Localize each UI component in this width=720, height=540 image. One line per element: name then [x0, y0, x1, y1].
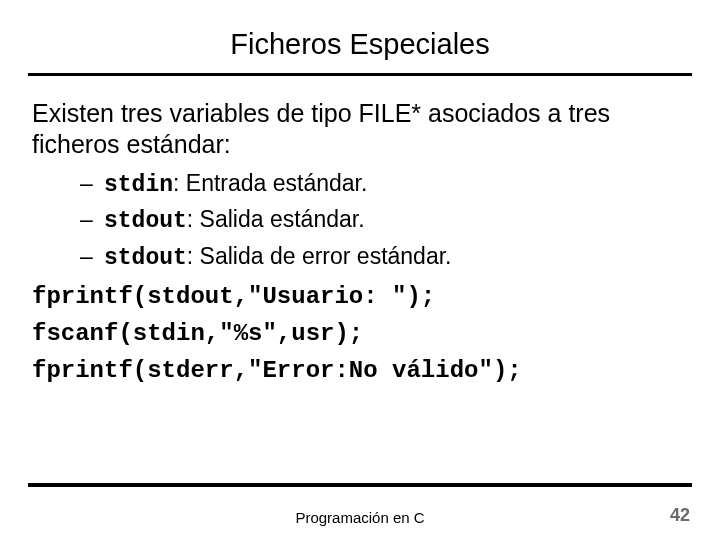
bullet-list: – stdin: Entrada estándar. – stdout: Sal… [80, 169, 688, 273]
code-line: fprintf(stderr,"Error:No válido"); [32, 357, 688, 384]
list-item-text: stdout: Salida de error estándar. [104, 242, 452, 273]
code-line: fprintf(stdout,"Usuario: "); [32, 283, 688, 310]
code-block: fprintf(stdout,"Usuario: "); fscanf(stdi… [32, 283, 688, 384]
page-number: 42 [670, 505, 690, 526]
slide-title: Ficheros Especiales [0, 0, 720, 73]
bullet-dash-icon: – [80, 169, 104, 200]
divider-bottom [28, 483, 692, 487]
list-item-desc: : Entrada estándar. [173, 170, 367, 196]
slide: Ficheros Especiales Existen tres variabl… [0, 0, 720, 540]
list-item: – stdout: Salida de error estándar. [80, 242, 688, 273]
list-item: – stdout: Salida estándar. [80, 205, 688, 236]
divider-top [28, 73, 692, 76]
code-keyword: stdout [104, 208, 187, 234]
list-item-desc: : Salida estándar. [187, 206, 365, 232]
list-item: – stdin: Entrada estándar. [80, 169, 688, 200]
list-item-text: stdin: Entrada estándar. [104, 169, 367, 200]
bullet-dash-icon: – [80, 205, 104, 236]
code-line: fscanf(stdin,"%s",usr); [32, 320, 688, 347]
code-keyword: stdout [104, 245, 187, 271]
code-keyword: stdin [104, 172, 173, 198]
list-item-text: stdout: Salida estándar. [104, 205, 365, 236]
intro-paragraph: Existen tres variables de tipo FILE* aso… [32, 98, 688, 161]
footer-text: Programación en C [0, 509, 720, 526]
list-item-desc: : Salida de error estándar. [187, 243, 452, 269]
bullet-dash-icon: – [80, 242, 104, 273]
